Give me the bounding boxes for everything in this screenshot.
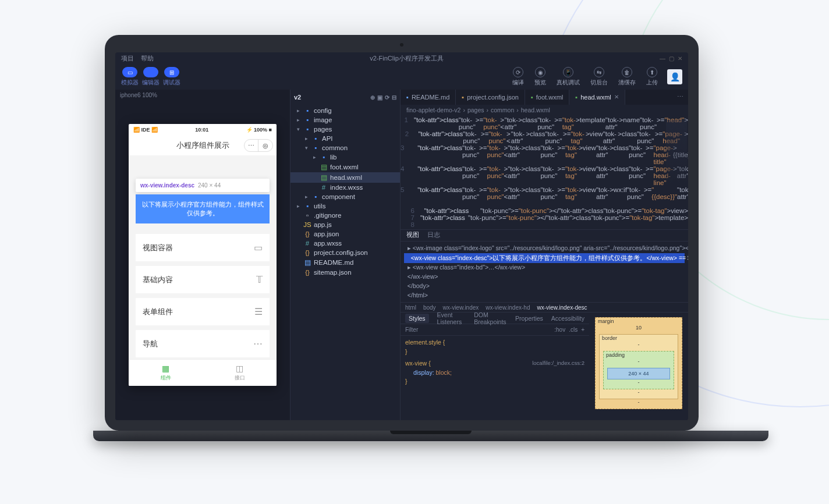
filter-opt[interactable]: .cls (569, 326, 578, 333)
devtools-tab-log[interactable]: 日志 (427, 231, 440, 239)
sim-list-item-3[interactable]: 导航⋯ (136, 330, 270, 357)
tree-node-utils[interactable]: ▸ ▪ utils (290, 201, 400, 211)
tree-node-app.json[interactable]: {} app.json (290, 229, 400, 239)
phone-simulator: 📶 IDE 📶 10:01 ⚡ 100% ■ 小程序组件展示 ⋯ ◎ (129, 124, 277, 386)
tree-node-app.js[interactable]: JS app.js (290, 220, 400, 229)
toolbar-btn-0[interactable]: ▭模拟器 (121, 67, 139, 87)
tab-close-icon[interactable]: ✕ (614, 94, 619, 100)
tree-root-label: v2 (294, 94, 301, 101)
user-avatar[interactable]: 👤 (667, 69, 682, 84)
editor-tab-0[interactable]: ▪README.md (401, 90, 456, 105)
menu-project[interactable]: 项目 (121, 54, 134, 63)
tree-node-config[interactable]: ▸ ▪ config (290, 106, 400, 115)
new-folder-icon[interactable]: ▣ (377, 94, 382, 101)
laptop-frame: 项目 帮助 v2-FinClip小程序开发工具 — ▢ ✕ ▭模拟器编辑器⊞调试… (93, 35, 710, 454)
refresh-icon[interactable]: ⟳ (385, 94, 389, 101)
editor-tab-3[interactable]: ▪head.wxml✕ (569, 90, 625, 105)
tree-node-project.config.json[interactable]: {} project.config.json (290, 248, 400, 257)
new-file-icon[interactable]: ⊕ (370, 94, 375, 101)
phone-status-signal: 📶 IDE 📶 (133, 127, 158, 133)
phone-status-time: 10:01 (195, 127, 208, 133)
tree-node-README.md[interactable]: ▤ README.md (290, 257, 400, 268)
tree-node-sitemap.json[interactable]: {} sitemap.json (290, 268, 400, 277)
dom-line[interactable]: </body> (404, 282, 685, 291)
maximize-icon[interactable]: ▢ (669, 55, 674, 62)
dom-line[interactable]: ▸ <wx-view class="index-bd">…</wx-view> (404, 263, 685, 272)
dom-crumb[interactable]: body (423, 304, 436, 311)
tree-node-foot.wxml[interactable]: ▤ foot.wxml (290, 162, 400, 172)
highlighted-element[interactable]: 以下将展示小程序官方组件能力，组件样式仅供参考。 (136, 194, 270, 223)
filter-opt[interactable]: :hov (554, 326, 565, 333)
laptop-camera (400, 43, 403, 47)
box-model: margin10 border- padding- 240 × 44 - - - (589, 313, 688, 420)
menubar: 项目 帮助 v2-FinClip小程序开发工具 — ▢ ✕ (115, 52, 688, 64)
toolbar-action-5[interactable]: ⬆上传 (646, 67, 658, 87)
window-title: v2-FinClip小程序开发工具 (161, 54, 653, 63)
toolbar-action-4[interactable]: 🗑清缓存 (618, 67, 636, 87)
tabs-more-icon[interactable]: ⋯ (672, 90, 688, 105)
dom-crumb[interactable]: wx-view.index-hd (486, 304, 530, 311)
dom-line[interactable]: <wx-view class="index-desc">以下将展示小程序官方组件… (404, 253, 685, 264)
styles-subtab-4[interactable]: Accessibility (551, 315, 584, 322)
styles-subtab-1[interactable]: Event Listeners (437, 313, 466, 325)
filter-opt[interactable]: + (581, 326, 584, 333)
tree-node-app.wxss[interactable]: # app.wxss (290, 239, 400, 248)
capsule-menu-icon[interactable]: ⋯ (245, 140, 258, 151)
toolbar-btn-2[interactable]: ⊞调试器 (163, 67, 180, 87)
breadcrumb: fino-applet-demo-v2›pages›common›head.wx… (401, 105, 688, 115)
inspect-tooltip: wx-view.index-desc 240 × 44 (136, 179, 270, 192)
styles-subtab-0[interactable]: Styles (405, 314, 429, 323)
dom-crumb[interactable]: html (405, 304, 416, 311)
file-tree-panel: v2 ⊕ ▣ ⟳ ⊟ ▸ ▪ config ▸ ▪ image (290, 90, 401, 420)
code-editor[interactable]: 1"tok-attr">class"tok-punc">="tok-punc">… (401, 115, 688, 229)
styles-subtab-2[interactable]: DOM Breakpoints (474, 313, 507, 325)
styles-filter-input[interactable]: Filter (405, 326, 554, 333)
close-icon[interactable]: ✕ (678, 55, 682, 62)
tree-node-head.wxml[interactable]: ▤ head.wxml (290, 172, 400, 183)
toolbar-action-1[interactable]: ◉预览 (534, 67, 546, 87)
tree-node-image[interactable]: ▸ ▪ image (290, 115, 400, 125)
simulator-panel: iphone6 100% 📶 IDE 📶 10:01 ⚡ 100% ■ 小程序组… (115, 90, 290, 420)
editor-tab-2[interactable]: ▪foot.wxml (525, 90, 569, 105)
css-rules[interactable]: element.style {}</span><div class="sel">… (401, 336, 589, 391)
editor-tab-1[interactable]: ▪project.config.json (456, 90, 525, 105)
phone-tab-1[interactable]: ◫接口 (203, 360, 277, 386)
tree-node-pages[interactable]: ▾ ▪ pages (290, 125, 400, 134)
phone-status-battery: ⚡ 100% ■ (246, 127, 272, 133)
laptop-base (93, 431, 768, 441)
minimize-icon[interactable]: — (660, 55, 665, 62)
sim-list-item-2[interactable]: 表单组件☰ (136, 298, 270, 325)
dom-line[interactable]: ▸ <wx-image class="index-logo" src="../r… (404, 244, 685, 253)
tree-node-lib[interactable]: ▸ ▪ lib (290, 152, 400, 162)
dom-line[interactable]: </wx-view> (404, 272, 685, 282)
sim-list-item-0[interactable]: 视图容器▭ (136, 234, 270, 261)
simulator-device-label: iphone6 100% (115, 90, 290, 101)
dom-line[interactable]: </html> (404, 291, 685, 300)
minimap[interactable] (666, 120, 687, 184)
editor-panel: ▪README.md ▪project.config.json ▪foot.wx… (401, 90, 688, 420)
menu-help[interactable]: 帮助 (141, 54, 154, 63)
tree-node-common[interactable]: ▾ ▪ common (290, 143, 400, 152)
toolbar-action-2[interactable]: 📱真机调试 (557, 67, 580, 87)
dom-inspector[interactable]: ▸ <wx-image class="index-logo" src="../r… (401, 242, 688, 303)
toolbar-action-0[interactable]: ⟳编译 (512, 67, 524, 87)
toolbar-btn-1[interactable]: 编辑器 (142, 67, 160, 87)
dom-crumb[interactable]: wx-view.index-desc (537, 304, 587, 311)
phone-tab-0[interactable]: ▦组件 (129, 360, 203, 386)
styles-subtab-3[interactable]: Properties (515, 315, 543, 322)
tree-node-index.wxss[interactable]: # index.wxss (290, 183, 400, 192)
tree-node-API[interactable]: ▸ ▪ API (290, 134, 400, 143)
sim-list-item-1[interactable]: 基础内容𝕋 (136, 266, 270, 293)
phone-nav-title: 小程序组件展示 (176, 140, 229, 151)
capsule-close-icon[interactable]: ◎ (258, 140, 272, 151)
dom-crumb[interactable]: wx-view.index (443, 304, 479, 311)
collapse-icon[interactable]: ⊟ (392, 94, 396, 101)
tree-node-component[interactable]: ▸ ▪ component (290, 192, 400, 201)
devtools-panel: 视图 日志 ▸ <wx-image class="index-logo" src… (401, 229, 688, 420)
devtools-tab-view[interactable]: 视图 (406, 231, 419, 239)
toolbar-action-3[interactable]: ⇆切后台 (590, 67, 608, 87)
tree-node-.gitignore[interactable]: ▫ .gitignore (290, 211, 400, 220)
ide-window: 项目 帮助 v2-FinClip小程序开发工具 — ▢ ✕ ▭模拟器编辑器⊞调试… (115, 52, 688, 420)
toolbar: ▭模拟器编辑器⊞调试器 ⟳编译◉预览📱真机调试⇆切后台🗑清缓存⬆上传 👤 (115, 64, 688, 90)
